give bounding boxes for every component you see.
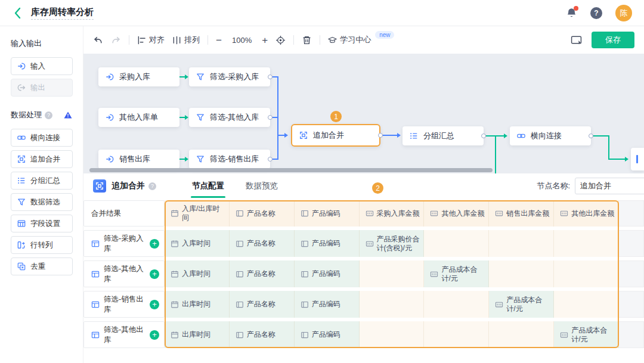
node-filter-purchase-in[interactable]: 筛选-采购入库	[189, 67, 270, 86]
output-port[interactable]	[268, 75, 273, 79]
date-type-icon	[171, 240, 179, 248]
sidebar-item-data-filter[interactable]: 数据筛选	[11, 193, 73, 211]
tab-node-config[interactable]: 节点配置	[192, 173, 224, 198]
sidebar: 输入输出 输入 输出 数据处理 ? 横向连接 追加合并 分组汇	[0, 26, 83, 363]
zoom-out-icon[interactable]: −	[216, 35, 222, 45]
output-port[interactable]	[378, 133, 383, 138]
output-port[interactable]	[589, 134, 593, 138]
column-header[interactable]: 销售出库金额	[489, 200, 554, 227]
field-cell[interactable]: 产品采购价合计(含税)/元	[360, 230, 425, 257]
horizontal-scrollbar[interactable]	[89, 168, 493, 172]
node-label: 其他入库单	[119, 112, 158, 123]
sidebar-item-output[interactable]: 输出	[11, 79, 73, 97]
warning-triangle-icon[interactable]	[64, 111, 72, 119]
page-title[interactable]: 库存周转率分析	[31, 7, 94, 20]
source-node-cell[interactable]: 筛选-其他入库+	[83, 260, 165, 287]
sidebar-item-append-merge[interactable]: 追加合并	[11, 150, 73, 168]
sidebar-item-horizontal-join[interactable]: 横向连接	[11, 129, 73, 147]
add-field-button[interactable]: +	[150, 300, 159, 309]
group-list-icon	[17, 176, 26, 185]
overflow-column	[619, 321, 644, 348]
output-port[interactable]	[481, 134, 486, 138]
node-append-merge-selected[interactable]: 追加合并	[291, 124, 380, 147]
output-port[interactable]	[268, 115, 273, 120]
sidebar-item-dedupe[interactable]: 去重	[11, 257, 73, 275]
back-icon[interactable]	[12, 7, 23, 19]
zoom-in-icon[interactable]: +	[262, 35, 268, 45]
dashboard-icon[interactable]	[571, 35, 582, 45]
panel-title: 追加合并	[112, 181, 145, 191]
node-partial[interactable]	[631, 148, 644, 170]
fit-view-icon[interactable]	[275, 35, 286, 45]
arrange-button[interactable]: 排列	[172, 35, 200, 45]
field-cell[interactable]: 产品成本合计/元	[554, 321, 619, 348]
field-cell[interactable]: 产品成本合计/元	[489, 291, 554, 318]
sidebar-item-group-summary[interactable]: 分组汇总	[11, 172, 73, 190]
edge	[496, 135, 504, 136]
section-processing-label: 数据处理 ?	[11, 110, 72, 120]
field-cell[interactable]: 产品名称	[230, 321, 295, 348]
sidebar-item-field-settings[interactable]: 字段设置	[11, 215, 73, 232]
column-header[interactable]: 其他入库金额	[424, 200, 489, 227]
link-icon	[17, 134, 26, 142]
field-cell[interactable]: 出库时间	[165, 321, 230, 348]
field-cell[interactable]: 产品名称	[230, 291, 295, 318]
column-header[interactable]: 入库/出库时间	[165, 200, 230, 227]
merge-icon	[17, 155, 26, 163]
add-field-button[interactable]: +	[150, 269, 159, 279]
filter-icon	[196, 155, 205, 163]
column-header[interactable]: 产品编码	[295, 200, 360, 227]
field-cell[interactable]: 入库时间	[165, 230, 230, 257]
source-node-cell[interactable]: 筛选-销售出库+	[83, 291, 165, 318]
sidebar-item-input[interactable]: 输入	[11, 57, 73, 75]
help-icon[interactable]: ?	[590, 7, 602, 19]
source-node-cell[interactable]: 筛选-其他出库+	[83, 321, 165, 348]
redo-icon[interactable]	[111, 35, 121, 45]
delete-icon[interactable]	[302, 35, 312, 45]
node-purchase-in[interactable]: 采购入库	[98, 67, 179, 86]
column-header[interactable]: 产品名称	[230, 200, 295, 227]
number-type-icon	[366, 209, 374, 218]
avatar[interactable]: 陈	[615, 5, 632, 21]
learning-center-button[interactable]: 学习中心 new	[328, 35, 394, 45]
save-button[interactable]: 保存	[592, 32, 634, 48]
field-cell[interactable]: 产品名称	[230, 230, 295, 257]
node-label: 筛选-销售出库	[210, 154, 259, 165]
field-cell[interactable]: 产品编码	[295, 230, 360, 257]
field-cell[interactable]: 产品编码	[295, 321, 360, 348]
field-cell[interactable]: 产品名称	[230, 260, 295, 287]
overflow-column	[619, 291, 644, 318]
field-cell[interactable]: 入库时间	[165, 260, 230, 287]
node-other-in[interactable]: 其他入库单	[98, 108, 179, 127]
column-header[interactable]: 采购入库金额	[360, 200, 425, 227]
node-sales-out[interactable]: 销售出库	[98, 150, 179, 169]
node-horizontal-join[interactable]: 横向连接	[510, 126, 591, 145]
field-cell[interactable]: 产品编码	[295, 291, 360, 318]
node-name-input[interactable]	[575, 178, 644, 194]
column-header[interactable]: 其他出库金额	[554, 200, 619, 227]
add-field-button[interactable]: +	[150, 239, 159, 249]
field-cell[interactable]: 产品成本合计/元	[424, 260, 489, 287]
filter-icon	[196, 73, 205, 81]
table-row: 筛选-销售出库+出库时间产品名称产品编码产品成本合计/元	[83, 291, 644, 318]
tab-data-preview[interactable]: 数据预览	[246, 173, 278, 198]
align-button[interactable]: 对齐	[137, 35, 165, 45]
node-filter-sales-out[interactable]: 筛选-销售出库	[189, 150, 270, 169]
undo-icon[interactable]	[93, 35, 103, 45]
field-cell[interactable]: 出库时间	[165, 291, 230, 318]
node-group-summary[interactable]: 分组汇总	[402, 126, 484, 145]
edge	[591, 135, 609, 136]
flow-canvas[interactable]: 采购入库 筛选-采购入库 其他入库单 筛选-其他入库 销售出库 筛选-销售出库 …	[83, 54, 644, 173]
help-icon[interactable]: ?	[148, 182, 156, 190]
sidebar-item-row-to-column[interactable]: 行转列	[11, 236, 73, 254]
sidebar-item-label: 分组汇总	[30, 176, 60, 186]
source-node-cell[interactable]: 筛选-采购入库+	[83, 230, 165, 257]
node-filter-other-in[interactable]: 筛选-其他入库	[189, 108, 270, 127]
help-icon[interactable]: ?	[45, 111, 52, 119]
notification-bell-icon[interactable]	[566, 7, 577, 19]
output-port[interactable]	[268, 157, 273, 162]
empty-field-cell	[554, 291, 619, 318]
edge-arrow	[284, 133, 290, 138]
field-cell[interactable]: 产品编码	[295, 260, 360, 287]
add-field-button[interactable]: +	[150, 330, 159, 340]
